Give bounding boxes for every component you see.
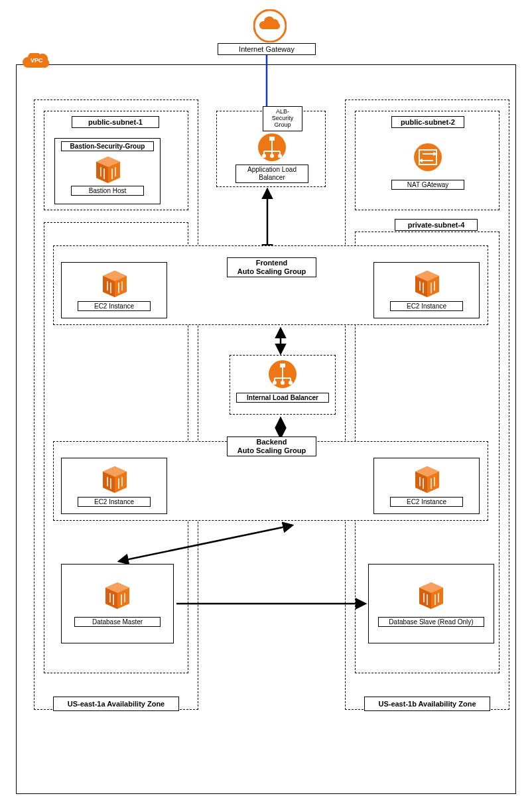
backend-ec2-left-label: EC2 Instance xyxy=(78,497,151,507)
cloud-icon xyxy=(253,9,287,42)
db-slave-label: Database Slave (Read Only) xyxy=(378,617,484,627)
public-subnet-2-label: public-subnet-2 xyxy=(391,116,464,128)
ec2-icon xyxy=(101,465,127,493)
vpc-badge-label: VPC xyxy=(31,57,43,64)
internet-gateway-label: Internet Gateway xyxy=(218,43,316,55)
ec2-icon xyxy=(101,269,127,297)
nat-gateway: NAT GAteway xyxy=(398,143,458,190)
nat-gateway-label: NAT GAteway xyxy=(391,180,464,190)
internal-lb: Internal Load Balancer xyxy=(230,355,336,415)
az-1b-label: US-east-1b Availability Zone xyxy=(364,697,490,711)
bastion-security-group: Bastion-Security-Group Bastion Host xyxy=(54,138,161,204)
connector-backend-dbmaster xyxy=(113,521,299,568)
public-subnet-1-label: public-subnet-1 xyxy=(72,116,159,128)
backend-ec2-right-label: EC2 Instance xyxy=(390,497,463,507)
alb-icon xyxy=(257,133,287,162)
backend-asg-label: Backend Auto Scaling Group xyxy=(227,436,316,456)
frontend-ec2-left: EC2 Instance xyxy=(61,262,167,318)
internal-lb-label: Internal Load Balancer xyxy=(236,393,329,403)
ec2-icon xyxy=(95,155,120,183)
db-master: Database Master xyxy=(61,564,174,643)
alb-icon xyxy=(268,360,297,389)
nat-icon xyxy=(413,143,442,172)
alb-label: Application Load Balancer xyxy=(235,165,308,183)
frontend-ec2-right: EC2 Instance xyxy=(373,262,480,318)
application-load-balancer: Application Load Balancer xyxy=(245,133,299,183)
bastion-sg-label: Bastion-Security-Group xyxy=(61,141,154,151)
ec2-icon xyxy=(414,465,439,493)
frontend-ec2-left-label: EC2 Instance xyxy=(78,301,151,311)
ec2-icon xyxy=(104,581,131,610)
svg-line-29 xyxy=(119,525,292,561)
backend-ec2-right: EC2 Instance xyxy=(373,458,480,514)
db-master-label: Database Master xyxy=(74,617,161,627)
frontend-ec2-right-label: EC2 Instance xyxy=(390,301,463,311)
az-1a-label: US-east-1a Availability Zone xyxy=(53,697,179,711)
bastion-host-label: Bastion Host xyxy=(71,186,144,196)
db-slave: Database Slave (Read Only) xyxy=(368,564,494,643)
internet-gateway xyxy=(243,9,297,42)
ec2-icon xyxy=(414,269,439,297)
connector-frontend-ilb xyxy=(277,325,284,357)
backend-ec2-left: EC2 Instance xyxy=(61,458,167,514)
private-subnet-4-label: private-subnet-4 xyxy=(395,219,478,231)
alb-sg-label: ALB- Security Group xyxy=(263,106,302,131)
connector-dbmaster-dbslave xyxy=(174,600,370,607)
vpc-badge: VPC xyxy=(23,53,53,72)
frontend-asg-label: Frontend Auto Scaling Group xyxy=(227,257,316,277)
ec2-icon xyxy=(418,581,444,610)
